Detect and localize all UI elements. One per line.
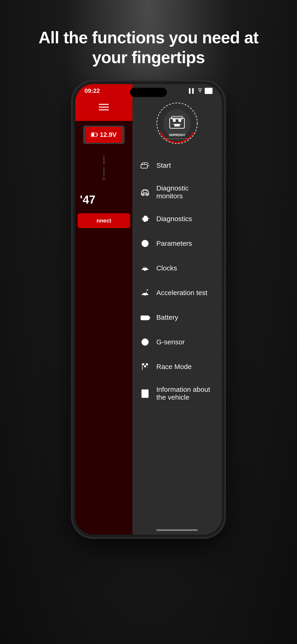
menu-list: Start Diagnostic monitors <box>132 153 222 408</box>
signal-icon: ▌▌ <box>189 88 195 94</box>
svg-rect-63 <box>142 365 144 367</box>
right-panel: SDPROG® SMART DRIVER PROGRAM <box>132 84 222 534</box>
menu-label-diagnostic-monitors: Diagnostic monitors <box>156 184 215 200</box>
svg-rect-64 <box>144 365 146 367</box>
menu-item-parameters[interactable]: Parameters <box>132 231 222 256</box>
hamburger-line-1 <box>99 104 109 105</box>
svg-rect-8 <box>173 119 176 122</box>
svg-rect-61 <box>144 364 146 365</box>
menu-item-battery[interactable]: Battery <box>132 305 222 330</box>
svg-rect-9 <box>178 119 181 122</box>
svg-rect-2 <box>97 134 98 136</box>
svg-point-53 <box>144 341 146 343</box>
svg-rect-66 <box>142 390 148 398</box>
target-icon <box>139 336 151 348</box>
svg-rect-1 <box>92 133 94 136</box>
speedometer-icon <box>139 262 151 274</box>
menu-item-diagnostics[interactable]: Diagnostics <box>132 206 222 231</box>
menu-label-race-mode: Race Mode <box>156 363 192 370</box>
menu-item-g-sensor[interactable]: G-sensor <box>132 330 222 354</box>
menu-label-g-sensor: G-sensor <box>156 338 185 346</box>
menu-label-start: Start <box>156 162 171 169</box>
svg-rect-14 <box>141 164 147 168</box>
gauge-settings-icon <box>139 238 151 249</box>
svg-rect-21 <box>143 190 147 192</box>
wifi-icon <box>197 88 203 94</box>
menu-item-diagnostic-monitors[interactable]: Diagnostic monitors <box>132 178 222 206</box>
phone-screen: 09:22 ▌▌ 61 <box>75 84 222 534</box>
svg-line-40 <box>146 267 146 268</box>
left-number: '47 <box>75 188 132 211</box>
svg-rect-11 <box>174 124 180 126</box>
svg-point-43 <box>144 294 146 295</box>
svg-line-37 <box>142 269 143 270</box>
svg-rect-27 <box>144 220 146 222</box>
status-icons: ▌▌ 61 <box>189 88 212 94</box>
menu-label-battery: Battery <box>156 314 178 321</box>
dynamic-island <box>130 88 167 97</box>
menu-label-vehicle-info: Information about the vehicle <box>156 386 215 401</box>
menu-item-vehicle-info[interactable]: Information about the vehicle <box>132 379 222 408</box>
hamburger-line-2 <box>99 107 109 108</box>
svg-point-29 <box>144 243 146 244</box>
headline-line2: your fingertips <box>92 48 205 66</box>
left-decoration: ® <box>75 148 132 188</box>
car-plug-icon <box>139 160 151 171</box>
menu-label-parameters: Parameters <box>156 240 192 247</box>
svg-line-38 <box>144 267 144 268</box>
connect-label: nnect <box>96 218 111 224</box>
battery-widget-inner: 12.9V <box>86 127 122 143</box>
connect-button[interactable]: nnect <box>78 213 130 228</box>
engine-icon <box>139 213 151 224</box>
svg-point-35 <box>144 269 146 271</box>
car-front-icon <box>139 186 151 198</box>
left-panel: 12.9V ® '47 nnect <box>75 84 132 534</box>
menu-label-diagnostics: Diagnostics <box>156 215 192 223</box>
home-indicator <box>156 529 198 531</box>
battery-percentage: 61 <box>205 88 212 94</box>
menu-item-acceleration-test[interactable]: Acceleration test <box>132 280 222 305</box>
menu-label-clocks: Clocks <box>156 264 177 272</box>
menu-label-acceleration-test: Acceleration test <box>156 289 208 297</box>
sdprog-logo: SDPROG® SMART DRIVER PROGRAM <box>154 100 200 146</box>
svg-text:SDPROG®: SDPROG® <box>169 133 186 137</box>
svg-line-41 <box>147 269 148 270</box>
book-icon <box>139 388 151 399</box>
phone-frame: 09:22 ▌▌ 61 <box>72 81 224 537</box>
battery-widget: 12.9V <box>83 126 124 144</box>
status-time: 09:22 <box>84 87 100 94</box>
flag-checker-icon <box>139 361 151 372</box>
svg-rect-65 <box>146 365 148 367</box>
svg-rect-60 <box>142 364 144 365</box>
svg-point-5 <box>163 110 191 137</box>
svg-rect-62 <box>146 364 148 365</box>
hamburger-line-3 <box>99 110 109 110</box>
svg-rect-47 <box>149 317 150 319</box>
menu-item-start[interactable]: Start <box>132 153 222 178</box>
battery-car-icon <box>139 312 151 323</box>
hamburger-menu[interactable] <box>99 104 109 110</box>
voltage-display: 12.9V <box>100 131 116 138</box>
svg-text:SMART DRIVER PROGRAM: SMART DRIVER PROGRAM <box>164 138 190 140</box>
headline: All the functions you need at your finge… <box>20 28 277 68</box>
timer-gauge-icon <box>139 287 151 298</box>
headline-line1: All the functions you need at <box>38 28 258 47</box>
menu-item-race-mode[interactable]: Race Mode <box>132 354 222 379</box>
menu-item-clocks[interactable]: Clocks <box>132 256 222 280</box>
svg-rect-23 <box>144 216 147 218</box>
